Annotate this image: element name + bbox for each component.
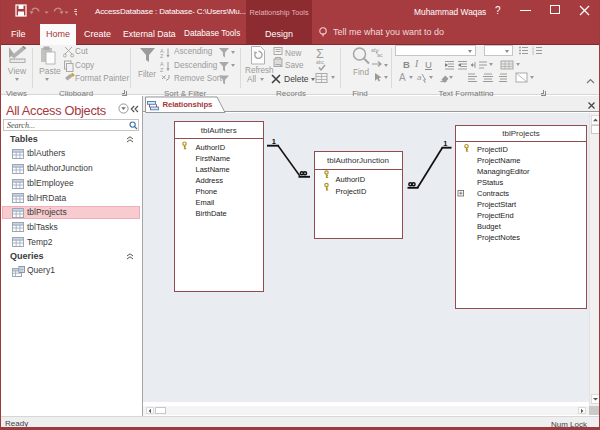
svg-text:Z: Z	[160, 53, 164, 59]
svg-text:abc: abc	[316, 59, 325, 65]
svg-text:A: A	[399, 72, 406, 83]
svg-text:1: 1	[443, 139, 447, 148]
svg-text:ac: ac	[377, 52, 383, 58]
svg-text:1: 1	[272, 137, 276, 146]
svg-text:A: A	[160, 61, 164, 67]
svg-text:3: 3	[532, 52, 534, 55]
svg-text:Z: Z	[160, 67, 164, 73]
svg-text:a: a	[417, 73, 422, 82]
